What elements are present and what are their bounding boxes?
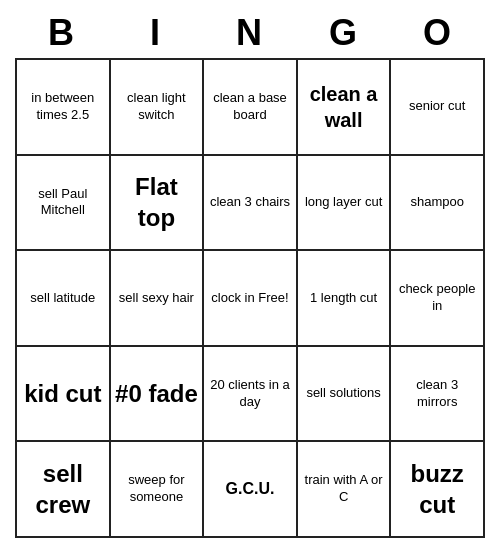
bingo-cell-19: clean 3 mirrors [390, 346, 484, 442]
bingo-cell-14: check people in [390, 250, 484, 346]
bingo-cell-2: clean a base board [203, 59, 297, 155]
bingo-cell-5: sell Paul Mitchell [16, 155, 110, 251]
bingo-cell-15: kid cut [16, 346, 110, 442]
bingo-header: B I N G O [15, 8, 485, 58]
header-i: I [109, 8, 203, 58]
header-o: O [391, 8, 485, 58]
bingo-cell-9: shampoo [390, 155, 484, 251]
bingo-cell-11: sell sexy hair [110, 250, 204, 346]
bingo-cell-13: 1 length cut [297, 250, 391, 346]
bingo-cell-22: G.C.U. [203, 441, 297, 537]
bingo-grid: in between times 2.5clean light switchcl… [15, 58, 485, 538]
header-n: N [203, 8, 297, 58]
bingo-cell-23: train with A or C [297, 441, 391, 537]
header-g: G [297, 8, 391, 58]
bingo-cell-12: clock in Free! [203, 250, 297, 346]
bingo-cell-20: sell crew [16, 441, 110, 537]
header-b: B [15, 8, 109, 58]
bingo-cell-21: sweep for someone [110, 441, 204, 537]
bingo-cell-3: clean a wall [297, 59, 391, 155]
bingo-cell-10: sell latitude [16, 250, 110, 346]
bingo-cell-18: sell solutions [297, 346, 391, 442]
bingo-cell-16: #0 fade [110, 346, 204, 442]
bingo-cell-24: buzz cut [390, 441, 484, 537]
bingo-cell-6: Flat top [110, 155, 204, 251]
bingo-cell-4: senior cut [390, 59, 484, 155]
bingo-cell-1: clean light switch [110, 59, 204, 155]
bingo-cell-17: 20 clients in a day [203, 346, 297, 442]
bingo-cell-8: long layer cut [297, 155, 391, 251]
bingo-cell-0: in between times 2.5 [16, 59, 110, 155]
bingo-cell-7: clean 3 chairs [203, 155, 297, 251]
